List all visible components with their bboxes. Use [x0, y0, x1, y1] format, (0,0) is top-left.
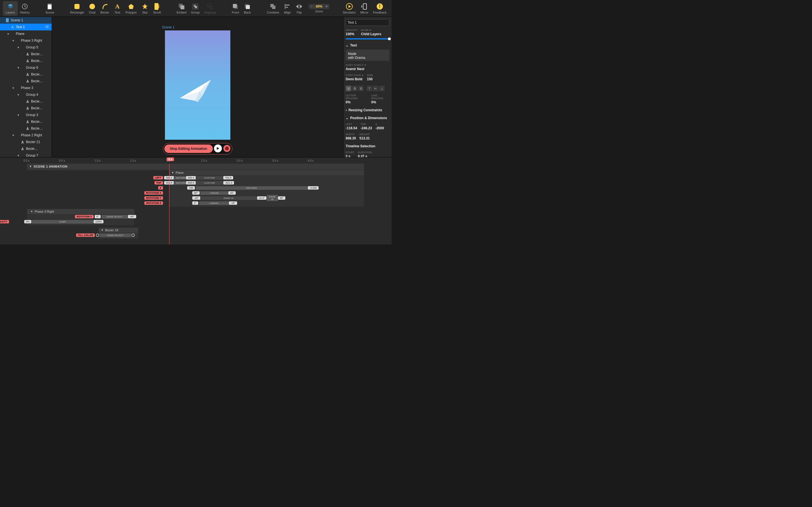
disclosure-icon[interactable]: ▼ [12, 134, 15, 137]
layer-row[interactable]: Bezie… [0, 51, 52, 57]
zoom-in-button[interactable]: + [324, 4, 329, 9]
layers-toggle-button[interactable]: Layers [3, 1, 18, 16]
timeline-track[interactable]: ROTATION X50°LINEAR46° [164, 190, 364, 195]
keyframe[interactable]: 762.9 [223, 176, 233, 179]
layer-row[interactable]: AText 1 [0, 24, 52, 31]
easing-segment[interactable]: LINEAR [200, 191, 229, 195]
timeline-ruler[interactable]: 0.0 s0.5 s1.0 s1.5 s2 s2.5 s3.0 s3.5 s4.… [0, 158, 392, 164]
keyframe[interactable]: 50° [192, 191, 200, 194]
keyframe[interactable]: 700 [187, 186, 195, 189]
feedback-button[interactable]: ! Feedback [371, 2, 389, 15]
disclosure-icon[interactable]: ▼ [17, 114, 20, 117]
keyframe[interactable]: 608.5 [186, 181, 196, 184]
keyframe[interactable]: 39° [278, 196, 285, 200]
start-value[interactable]: 2 s [346, 154, 354, 157]
timeline-group-header[interactable]: ▼Bezier 18 [99, 228, 138, 233]
visibility-icon[interactable] [45, 25, 49, 29]
width-value[interactable]: 868.35 [346, 136, 356, 140]
play-button[interactable] [214, 145, 222, 152]
embed-button[interactable]: Embed [174, 2, 189, 15]
keyframe[interactable]: 0° [95, 215, 101, 218]
mask-value[interactable]: Child Layers [361, 32, 381, 36]
layer-row[interactable]: Bezie… [0, 125, 52, 132]
keyframe[interactable]: 100% [94, 220, 103, 223]
easing-segment[interactable]: CUSTOM [196, 181, 223, 185]
resizing-section-header[interactable]: ›Resizing Constraints [346, 108, 389, 112]
back-button[interactable]: Back [241, 2, 253, 15]
simulator-button[interactable]: Simulator [341, 2, 358, 15]
star-tool-button[interactable]: Star [139, 2, 151, 15]
opacity-slider[interactable] [346, 38, 389, 40]
disclosure-icon[interactable]: ▼ [7, 33, 10, 36]
height-value[interactable]: 513.31 [359, 136, 370, 140]
easing-segment[interactable]: EASE IN [200, 196, 257, 200]
disclosure-icon[interactable]: ▼ [12, 87, 15, 90]
keyframe[interactable]: -821.3 [223, 181, 234, 184]
layer-row[interactable]: Bezie… [0, 98, 52, 105]
front-button[interactable]: Front [230, 2, 241, 15]
z-value[interactable]: -2000 [375, 126, 384, 130]
history-button[interactable]: History [18, 2, 32, 15]
timeline-track[interactable]: Z700NATURAL-3,000 [164, 185, 364, 190]
timeline-track[interactable]: ROTATION Y0°EASE IN-OUT-60° [95, 214, 134, 219]
keyframe[interactable]: 14.3° [257, 196, 266, 200]
keyframe[interactable]: -60° [128, 215, 136, 218]
layer-row[interactable]: Bezie… [0, 105, 52, 112]
layer-row[interactable]: Bezie… [0, 71, 52, 78]
keyframe[interactable]: 0% [24, 220, 31, 223]
easing-segment[interactable]: JUMP [32, 220, 94, 224]
disclosure-icon[interactable]: ▼ [17, 66, 20, 69]
size-value[interactable]: 150 [367, 77, 373, 81]
disclosure-icon[interactable]: ▼ [101, 229, 103, 231]
layer-row[interactable]: ▼Plane [0, 31, 52, 37]
mirror-button[interactable]: Mirror [358, 2, 371, 15]
valign-middle-button[interactable]: ⊢ [373, 86, 378, 91]
ungroup-button[interactable]: Ungroup [202, 2, 218, 15]
keyframe[interactable]: -33° [192, 196, 200, 200]
layer-row[interactable]: Scene 1 [0, 17, 52, 24]
left-value[interactable]: -118.54 [346, 126, 357, 130]
layer-name-input[interactable] [346, 19, 389, 26]
valign-top-button[interactable]: ⊤ [366, 86, 372, 91]
rectangle-tool-button[interactable]: Rectangle [68, 2, 86, 15]
valign-bottom-button[interactable]: ⊥ [379, 86, 385, 91]
layer-row[interactable]: ▼Group 7 [0, 152, 52, 157]
scene-title[interactable]: Scene 1 [162, 25, 174, 29]
timeline-track[interactable]: ROTATION Z2°LINEAR-15° [164, 201, 364, 206]
disclosure-icon[interactable]: ▼ [12, 39, 15, 42]
align-left-button[interactable]: ☰ [346, 86, 351, 91]
disclosure-icon[interactable]: ▼ [31, 210, 33, 213]
easing-segment[interactable]: EASE IN-OUT [101, 215, 128, 219]
opacity-value[interactable]: 100% [346, 32, 357, 36]
keyframe[interactable]: -3,000 [308, 186, 319, 189]
duration-value[interactable]: 0.37 s [358, 154, 372, 157]
disclosure-icon[interactable]: ▼ [29, 165, 32, 168]
canvas-area[interactable]: Scene 1 Stop Editing Animation [52, 17, 343, 157]
timeline-track[interactable]: TOP454.9NATURAL608.5CUSTOM-821.3 [164, 180, 364, 185]
easing-segment[interactable]: NATURAL [174, 181, 186, 185]
position-section-header[interactable]: ⌄Position & Dimensions [346, 116, 389, 120]
keyframe[interactable]: 329.4 [186, 176, 196, 179]
align-right-button[interactable]: ☰ [358, 86, 364, 91]
top-value[interactable]: -246.23 [361, 126, 372, 130]
layer-row[interactable]: Bezie… [0, 57, 52, 64]
scene-tool-button[interactable]: Scene [43, 2, 56, 15]
easing-segment[interactable]: EASE IN [267, 195, 278, 201]
text-content-input[interactable] [346, 50, 389, 61]
layer-row[interactable]: ▼Group 5 [0, 44, 52, 51]
timeline-group-header[interactable]: ▼Phase 3 Right [27, 209, 134, 214]
layer-row[interactable]: ▼Phase 3 Right [0, 37, 52, 44]
playhead-marker[interactable]: 2 s [167, 158, 174, 161]
keyframe[interactable]: 2° [192, 202, 198, 205]
font-face-value[interactable]: Demi Bold [346, 77, 363, 81]
keyframe[interactable]: 46° [229, 191, 236, 194]
polygon-tool-button[interactable]: Polygon [123, 2, 139, 15]
layer-row[interactable]: Bezier 21 [0, 138, 52, 145]
easing-segment[interactable]: NATURAL [196, 186, 308, 190]
text-tool-button[interactable]: A Text [111, 2, 123, 15]
layer-row[interactable]: Bezie… [0, 78, 52, 84]
layer-row[interactable]: ▼Phase 3 [0, 84, 52, 91]
record-button[interactable] [223, 145, 231, 152]
layer-row[interactable]: ▼Phase 2 Right [0, 132, 52, 138]
font-family-value[interactable]: Avenir Next [346, 67, 389, 71]
